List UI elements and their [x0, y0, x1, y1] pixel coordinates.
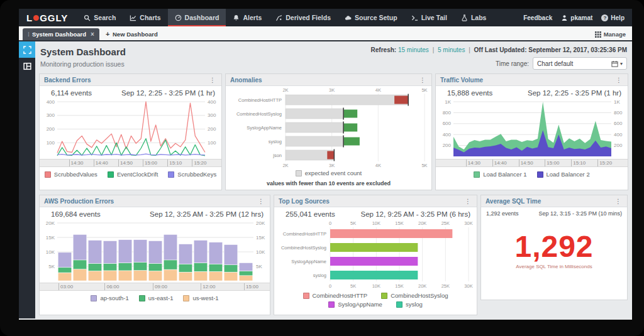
tab-system-dashboard[interactable]: ⁞ System Dashboard ×	[23, 28, 99, 40]
legend-swatch	[91, 295, 97, 301]
refresh-5-link[interactable]: 5 minutes	[438, 46, 465, 53]
legend-item[interactable]: ScrubbedKeys	[168, 171, 216, 178]
x-axis-tick: 12:00	[201, 283, 215, 290]
new-dashboard-button[interactable]: + New Dashboard	[106, 30, 158, 38]
legend-item[interactable]: CombinedHostHTTP	[303, 292, 368, 299]
legend-swatch	[139, 295, 145, 301]
refresh-15-link[interactable]: 15 minutes	[398, 46, 429, 53]
svg-text:200: 200	[614, 143, 623, 148]
aws-production-errors-chart: 5K5K10K10K15K15K20K20K	[40, 219, 270, 282]
panel-menu-icon[interactable]: ⋮	[257, 198, 265, 205]
svg-text:1K: 1K	[445, 99, 451, 105]
feedback-link[interactable]: Feedback	[523, 14, 552, 21]
nav-item-charts[interactable]: Charts	[123, 9, 167, 26]
panel-title: Anomalies	[230, 77, 418, 84]
legend-item[interactable]: CombinedHostSyslog	[381, 292, 448, 299]
manage-button[interactable]: Manage	[595, 31, 626, 38]
content-header: System Dashboard Monitoring production i…	[39, 45, 628, 73]
legend-item[interactable]: us-east-1	[139, 295, 174, 301]
svg-text:600: 600	[443, 121, 452, 126]
svg-text:2K: 2K	[282, 163, 288, 168]
refresh-label: Refresh:	[371, 46, 397, 53]
legend-label: Load Balancer 1	[483, 171, 526, 178]
svg-text:0: 0	[329, 283, 331, 288]
panel-menu-icon[interactable]: ⋮	[208, 77, 217, 84]
nav-item-label: Live Tail	[421, 14, 447, 21]
help-menu[interactable]: ? Help	[601, 14, 625, 21]
user-menu[interactable]: pkamat	[561, 14, 592, 21]
legend-item[interactable]: expected event count	[296, 170, 362, 176]
x-axis-tick: 14:40	[94, 160, 108, 166]
anomalies-chart: 2K2K3K3K4K4K5K5KCombinedHostHTTPCombined…	[226, 86, 432, 168]
svg-text:5K: 5K	[350, 220, 356, 226]
svg-text:300: 300	[47, 112, 55, 118]
username-label: pkamat	[570, 14, 592, 21]
legend-label: ScrubbedValues	[54, 171, 97, 178]
svg-text:200: 200	[443, 143, 452, 148]
close-tab-icon[interactable]: ×	[91, 31, 94, 38]
x-axis-strip[interactable]: 03:0006:0009:0012:0015:00	[40, 283, 270, 291]
event-count: 6,114 events	[51, 89, 92, 97]
x-axis-tick: 14:30	[466, 160, 480, 166]
legend-item[interactable]: EventClockDrift	[108, 171, 158, 178]
panel-menu-icon[interactable]: ⋮	[614, 198, 623, 205]
legend-item[interactable]: Load Balancer 2	[537, 171, 590, 178]
panel-menu-icon[interactable]: ⋮	[418, 77, 427, 84]
svg-text:CombinedHostHTTP: CombinedHostHTTP	[238, 97, 282, 103]
nav-item-derived-fields[interactable]: Derived Fields	[269, 9, 338, 26]
svg-text:10K: 10K	[372, 220, 380, 226]
x-axis-strip[interactable]: 14:3014:4014:5015:0015:1015:20	[40, 159, 221, 167]
help-icon: ?	[601, 14, 608, 21]
x-axis-strip[interactable]: 14:3014:4014:5015:0015:1015:20	[436, 159, 628, 167]
legend-item[interactable]: Load Balancer 1	[474, 171, 526, 178]
nav-item-label: Alerts	[243, 14, 262, 21]
traffic-volume-chart: 2002004004006006008008001K1K	[436, 98, 628, 158]
refresh-off-toggle[interactable]: Off	[474, 46, 483, 53]
svg-text:5K: 5K	[256, 264, 262, 269]
grid-icon	[595, 31, 601, 38]
loggly-logo[interactable]: L GGLY	[19, 9, 77, 26]
date-range: Sep 12, 9:25 AM - 3:25 PM (6 hrs)	[361, 210, 471, 218]
svg-text:800: 800	[443, 110, 452, 116]
feedback-label: Feedback	[523, 14, 552, 21]
nav-item-dashboard[interactable]: Dashboard	[168, 9, 226, 26]
nav-item-live-tail[interactable]: Live Tail	[404, 9, 454, 26]
legend-item[interactable]: us-west-1	[183, 295, 218, 301]
legend-item[interactable]: syslog	[396, 301, 423, 308]
legend-label: us-east-1	[148, 295, 174, 301]
layout-button[interactable]	[19, 58, 35, 74]
panel-menu-icon[interactable]: ⋮	[464, 198, 472, 205]
svg-text:400: 400	[47, 99, 55, 105]
time-range-select[interactable]: Chart default ▾	[533, 57, 627, 70]
separator: |	[469, 46, 470, 53]
x-axis-tick: 14:50	[118, 160, 133, 166]
svg-text:30K: 30K	[464, 283, 472, 288]
nav-item-labs[interactable]: Labs	[454, 9, 494, 26]
nav-item-search[interactable]: Search	[77, 9, 123, 26]
nav-item-source-setup[interactable]: Source Setup	[338, 9, 404, 26]
legend-swatch	[45, 171, 51, 178]
drag-handle-icon[interactable]: ⁞	[28, 31, 29, 38]
x-axis-tick: 15:00	[244, 283, 258, 290]
nav-item-label: Source Setup	[355, 14, 397, 21]
svg-text:15K: 15K	[395, 220, 403, 226]
panel-menu-icon[interactable]: ⋮	[614, 77, 623, 84]
legend-item[interactable]: ap-south-1	[91, 295, 128, 301]
svg-text:json: json	[272, 153, 282, 158]
svg-text:5K: 5K	[48, 264, 55, 269]
fullscreen-button[interactable]	[19, 41, 35, 58]
legend-item[interactable]: ScrubbedValues	[45, 171, 97, 178]
panel-anomalies: Anomalies⋮ 2K2K3K3K4K4K5K5KCombinedHostH…	[225, 73, 432, 190]
svg-text:20K: 20K	[418, 220, 426, 226]
panel-average-sql-time: Average SQL Time⋮ 1,292 eventsSep 12, 3:…	[480, 195, 628, 300]
legend-item[interactable]: SyslogAppName	[328, 301, 382, 308]
svg-text:CombinedHostSyslog: CombinedHostSyslog	[236, 111, 282, 117]
legend-label: syslog	[406, 301, 423, 308]
source-setup-icon	[345, 14, 352, 21]
panel-title: AWS Production Errors	[44, 198, 257, 205]
panel-title: Top Log Sources	[279, 198, 464, 205]
legend-label: EventClockDrift	[117, 171, 158, 178]
search-icon	[84, 14, 91, 21]
refresh-controls: Refresh: 15 minutes | 5 minutes | Off La…	[371, 46, 627, 53]
nav-item-alerts[interactable]: Alerts	[226, 9, 269, 26]
